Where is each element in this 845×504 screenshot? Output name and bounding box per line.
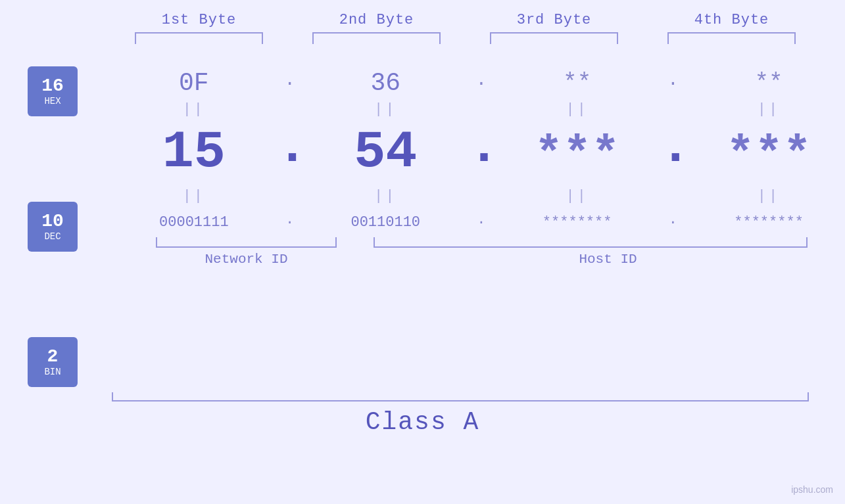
- main-area: 16 HEX 10 DEC 2 BIN 0F .: [0, 51, 845, 387]
- hex-sep3: .: [660, 70, 686, 90]
- network-bracket: [156, 237, 337, 248]
- dec-row: 15 . 54 . *** . ***: [120, 121, 843, 179]
- bin-byte1: 00001111: [159, 214, 229, 231]
- bin-byte2: 00110110: [350, 214, 420, 231]
- network-id-label: Network ID: [205, 252, 287, 267]
- hex-byte2: 36: [370, 69, 400, 97]
- eq1-b2: ||: [320, 101, 451, 118]
- equals-row-2: || || || ||: [120, 184, 843, 208]
- eq2-b2: ||: [320, 188, 451, 204]
- bin-sep3: .: [660, 212, 686, 229]
- main-container: 1st Byte 2nd Byte 3rd Byte 4th Byte 16 H…: [0, 0, 845, 504]
- hex-badge: 16 HEX: [28, 66, 78, 116]
- header-row: 1st Byte 2nd Byte 3rd Byte 4th Byte: [110, 12, 821, 28]
- hex-byte3: **: [563, 70, 591, 97]
- bracket-byte1: [135, 32, 263, 44]
- bin-byte3: ********: [543, 214, 612, 231]
- host-id-label: Host ID: [579, 252, 637, 267]
- class-label-row: Class A: [0, 408, 845, 436]
- eq1-b3: ||: [512, 101, 643, 118]
- badge-column: 16 HEX 10 DEC 2 BIN: [28, 51, 113, 387]
- hex-sep2: .: [468, 70, 495, 90]
- id-labels-row: Network ID Host ID: [120, 252, 843, 267]
- bin-sep2: .: [468, 212, 495, 229]
- dec-sep3: .: [660, 121, 686, 179]
- host-bracket: [374, 237, 808, 248]
- eq1-b1: ||: [128, 101, 260, 118]
- bin-sep1: .: [277, 212, 303, 229]
- byte2-label: 2nd Byte: [311, 12, 443, 28]
- dec-sep2: .: [468, 121, 495, 179]
- bracket-byte2: [312, 32, 441, 44]
- byte4-label: 4th Byte: [666, 12, 798, 28]
- byte3-label: 3rd Byte: [489, 12, 620, 28]
- dec-byte4: ***: [726, 128, 811, 182]
- class-label: Class A: [366, 408, 480, 436]
- network-id-label-container: Network ID: [120, 252, 373, 267]
- eq2-b4: ||: [703, 188, 834, 204]
- dec-badge: 10 DEC: [28, 202, 78, 252]
- dec-byte3: ***: [535, 128, 620, 182]
- outer-bracket: [112, 392, 809, 401]
- eq1-b4: ||: [703, 101, 834, 118]
- hex-row: 0F . 36 . ** . **: [120, 62, 843, 97]
- bottom-bracket-row: [120, 237, 843, 248]
- eq2-b3: ||: [512, 188, 643, 204]
- host-id-label-container: Host ID: [373, 252, 843, 267]
- byte1-label: 1st Byte: [133, 12, 265, 28]
- bin-byte4: ********: [734, 214, 804, 231]
- bracket-byte4: [667, 32, 796, 44]
- hex-byte1: 0F: [179, 69, 209, 97]
- top-brackets: [110, 32, 821, 44]
- outer-bracket-container: [112, 392, 809, 401]
- hex-byte4: **: [754, 70, 783, 97]
- dec-byte2: 54: [354, 122, 417, 182]
- watermark: ipshu.com: [791, 484, 833, 495]
- bracket-byte3: [490, 32, 618, 44]
- bin-badge: 2 BIN: [28, 337, 78, 387]
- eq2-b1: ||: [128, 188, 260, 204]
- hex-sep1: .: [277, 70, 303, 90]
- dec-byte1: 15: [162, 122, 226, 182]
- values-grid: 0F . 36 . ** . ** || ||: [120, 51, 845, 267]
- bin-row: 00001111 . 00110110 . ******** . *******…: [120, 210, 843, 231]
- dec-sep1: .: [277, 121, 303, 179]
